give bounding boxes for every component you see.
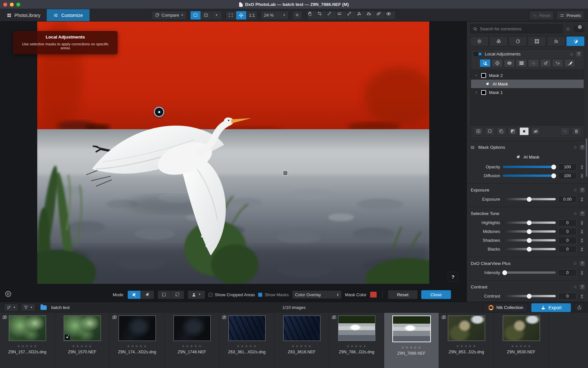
filmstrip-item-6[interactable]: ★★★★★ Z63_3616.NEF (274, 313, 329, 368)
opacity-slider[interactable] (503, 166, 556, 168)
star-rating[interactable]: ★★★★★ (511, 344, 532, 348)
star-rating[interactable]: ★★★★★ (291, 344, 312, 348)
nik-collection-button[interactable]: Nik Collection (484, 303, 528, 312)
favorite-icon[interactable]: ☆ (569, 52, 574, 57)
export-button[interactable]: Export (531, 303, 571, 312)
pan-tool-button[interactable] (236, 11, 247, 20)
star-rating[interactable]: ★★★★★ (346, 344, 367, 348)
horizon-tool-button[interactable] (337, 11, 347, 20)
help-icon[interactable]: ? (580, 145, 585, 150)
tab-geometry[interactable] (528, 36, 546, 46)
close-window-button[interactable] (3, 3, 7, 7)
favorites-star-button[interactable]: ☆ (566, 26, 570, 32)
opacity-value[interactable]: 100 (558, 163, 577, 171)
luminosity-mask-button[interactable] (528, 59, 539, 67)
thumbnail-image[interactable] (283, 315, 320, 341)
blacks-value[interactable]: 0 (558, 246, 577, 253)
folder-name[interactable]: batch test (51, 305, 70, 310)
compare-button[interactable]: Compare ▼ (152, 11, 187, 20)
split-view-button[interactable] (201, 11, 211, 20)
photo-egret[interactable] (37, 22, 429, 284)
ai-mask-add-button[interactable] (128, 291, 141, 299)
thumbnail-image[interactable] (119, 315, 156, 341)
tab-color[interactable] (489, 36, 508, 46)
filmstrip-item-5[interactable]: ★★★★★ Z63_361...XD2s.dng (220, 313, 274, 368)
thumbnail-image[interactable]: ✦ (64, 315, 101, 341)
rect-select-subtract-button[interactable] (171, 291, 184, 299)
rect-select-add-button[interactable] (158, 291, 171, 299)
mask2-checkbox[interactable] (481, 73, 486, 78)
thumbnail-image[interactable] (448, 315, 485, 341)
contrast-stepper[interactable]: ▲▼ (579, 292, 585, 300)
tab-photolibrary[interactable]: PhotoLibrary (0, 9, 47, 21)
ai-mask-control-pin[interactable] (154, 107, 164, 117)
filmstrip-item-9[interactable]: ★★★★★ Z9N_853...D2s.dng (439, 313, 494, 368)
filmstrip-item-4[interactable]: ★★★★★ Z9N_1746.NEF (165, 313, 220, 368)
eraser-mask-button[interactable] (564, 59, 575, 67)
star-rating[interactable]: ★★★★★ (456, 344, 477, 348)
mask-overlay-select[interactable]: Color Overlay ▲▼ (292, 290, 342, 299)
blacks-stepper[interactable]: ▲▼ (579, 245, 585, 253)
tab-detail[interactable] (509, 36, 527, 46)
star-rating[interactable]: ★★★★★ (127, 344, 148, 348)
share-button[interactable] (574, 303, 584, 312)
star-rating[interactable]: ★★★★★ (237, 344, 257, 348)
mask-close-button[interactable]: Close (421, 290, 451, 299)
diffusion-stepper[interactable]: ▲▼ (579, 172, 585, 179)
delete-mask-button[interactable] (572, 127, 581, 135)
slider-knob[interactable] (527, 220, 532, 225)
local-adjust-view-button[interactable] (386, 11, 396, 20)
contrast-slider[interactable] (503, 295, 556, 297)
control-line-tool-button[interactable] (366, 11, 376, 20)
hand-tool-button[interactable] (307, 11, 317, 20)
midtones-slider[interactable] (503, 230, 556, 233)
chevron-right-icon[interactable] (474, 90, 478, 94)
mask-row-mask1[interactable]: Mask 1 (471, 88, 584, 97)
favorite-icon[interactable]: ☆ (573, 145, 577, 150)
subject-mode-button[interactable]: ▼ (188, 291, 205, 299)
star-rating[interactable]: ★★★★★ (17, 344, 38, 348)
help-icon[interactable]: ? (580, 284, 585, 289)
auto-mask-button[interactable]: A (552, 59, 563, 67)
thumbnail-image[interactable] (503, 315, 540, 341)
exposure-stepper[interactable]: ▲▼ (579, 195, 585, 203)
slider-knob[interactable] (551, 173, 556, 178)
slider-knob[interactable] (551, 164, 556, 169)
single-view-button[interactable] (190, 11, 201, 20)
star-rating[interactable]: ★★★★★ (182, 344, 203, 348)
crop-tool-button[interactable] (317, 11, 327, 20)
thumbnail-image[interactable] (392, 315, 431, 342)
sort-button[interactable]: ▼ (4, 303, 18, 312)
blacks-slider[interactable] (503, 248, 556, 250)
help-button[interactable]: ? (448, 272, 458, 282)
shadows-slider[interactable] (503, 239, 556, 241)
zoom-in-button[interactable] (292, 11, 302, 20)
brush-mask-button[interactable] (540, 59, 551, 67)
mask-reset-button[interactable]: Reset (388, 290, 418, 299)
mask-row-ai-mask-selected[interactable]: AI Mask (471, 80, 584, 88)
chevron-down-icon[interactable] (474, 73, 478, 77)
midtones-value[interactable]: 0 (558, 228, 577, 235)
search-input[interactable] (480, 26, 560, 31)
highlights-slider[interactable] (503, 222, 556, 224)
palette-enable-toggle[interactable] (474, 52, 482, 56)
opacity-stepper[interactable]: ▲▼ (579, 163, 585, 171)
tab-light[interactable] (470, 36, 489, 46)
tab-local-adjustments[interactable] (566, 36, 585, 46)
undo-mask-button[interactable] (560, 127, 570, 135)
help-icon[interactable]: ? (576, 52, 581, 56)
slider-knob[interactable] (527, 238, 532, 243)
show-masks-checkbox[interactable]: Show Masks (258, 292, 289, 297)
highlights-stepper[interactable]: ▲▼ (579, 219, 585, 226)
zoom-level-select[interactable]: 24 % ▼ (261, 11, 289, 20)
panel-view-toggle[interactable] (574, 26, 585, 32)
favorite-icon[interactable]: ☆ (573, 284, 577, 289)
ai-mask-subtract-button[interactable] (141, 291, 154, 299)
show-cropped-checkbox[interactable]: Show Cropped Areas (208, 292, 255, 297)
panel-scrollbar[interactable] (586, 138, 587, 177)
highlights-value[interactable]: 0 (558, 219, 577, 226)
slider-knob[interactable] (527, 197, 532, 202)
control-line-mask-button[interactable] (504, 59, 515, 67)
zoom-1to1-button[interactable]: 1:1 (247, 11, 257, 20)
gradient-mask-button[interactable] (516, 59, 527, 67)
